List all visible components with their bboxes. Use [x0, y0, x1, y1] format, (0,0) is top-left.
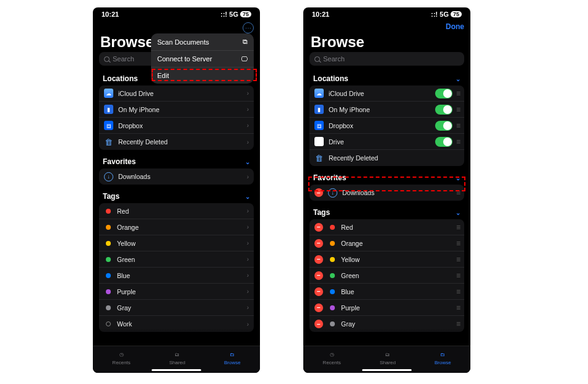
tag-purple[interactable]: −Purple≡ [309, 300, 464, 316]
tab-recents[interactable]: ◷Recents [112, 351, 130, 365]
status-time: 10:21 [102, 11, 119, 18]
download-icon: ↓ [328, 188, 337, 198]
trash-icon: 🗑 [104, 137, 113, 147]
drag-handle-icon[interactable]: ≡ [456, 223, 459, 232]
locations-header[interactable]: Locations ⌄ [303, 71, 470, 85]
remove-icon[interactable]: − [314, 223, 323, 232]
drag-handle-icon[interactable]: ≡ [456, 89, 459, 98]
tag-yellow[interactable]: Yellow› [99, 235, 254, 251]
battery-icon: 75 [451, 11, 462, 17]
clock-icon: ◷ [116, 351, 127, 359]
more-button[interactable]: ⋯ [243, 22, 254, 33]
tag-green[interactable]: Green› [99, 251, 254, 268]
home-indicator[interactable] [152, 369, 201, 371]
tag-blue[interactable]: Blue› [99, 268, 254, 284]
drag-handle-icon[interactable]: ≡ [456, 303, 459, 312]
chevron-right-icon: › [247, 90, 249, 97]
favorites-header[interactable]: Favorites ⌄ [303, 170, 470, 185]
tab-recents[interactable]: ◷Recents [322, 351, 340, 365]
network-label: 5G [229, 11, 238, 18]
tag-orange[interactable]: Orange› [99, 219, 254, 235]
location-recently-deleted[interactable]: 🗑 Recently Deleted › [99, 134, 254, 150]
toggle-iphone[interactable] [435, 105, 452, 115]
chevron-right-icon: › [247, 122, 249, 129]
tab-shared[interactable]: 🗂Shared [169, 351, 185, 365]
tag-gray[interactable]: Gray› [99, 300, 254, 316]
server-icon: 🖵 [241, 55, 248, 63]
tags-header[interactable]: Tags ⌄ [303, 204, 470, 219]
search-placeholder: Search [323, 55, 345, 63]
chevron-down-icon: ⌄ [456, 76, 460, 82]
phone-left: 10:21 ::! 5G 75 ⋯ Browse Search Location… [93, 7, 260, 373]
search-icon [104, 56, 110, 62]
home-indicator[interactable] [362, 369, 412, 371]
status-right: ::! 5G 75 [431, 11, 462, 18]
tab-browse[interactable]: 🗀Browse [224, 351, 241, 365]
network-label: 5G [439, 11, 449, 18]
tab-browse[interactable]: 🗀Browse [435, 351, 451, 365]
dropbox-icon: ⧈ [314, 121, 324, 130]
drag-handle-icon[interactable]: ≡ [456, 188, 459, 197]
cloud-icon: ☁︎ [314, 89, 324, 98]
remove-icon[interactable]: − [314, 239, 323, 248]
clock-icon: ◷ [326, 351, 337, 359]
shared-folder-icon: 🗂 [171, 351, 183, 359]
location-icloud[interactable]: ☁︎ iCloud Drive ≡ [309, 85, 464, 102]
tags-list-edit: −Red≡ −Orange≡ −Yellow≡ −Green≡ −Blue≡ −… [309, 219, 464, 332]
menu-connect-server[interactable]: Connect to Server 🖵 [151, 51, 254, 68]
favorites-list-edit: − ↓ Downloads ≡ [309, 185, 464, 201]
tab-shared[interactable]: 🗂Shared [379, 351, 396, 365]
favorites-list: ↓ Downloads › [99, 168, 254, 185]
drag-handle-icon[interactable]: ≡ [456, 320, 459, 328]
remove-icon[interactable]: − [314, 320, 323, 328]
toggle-icloud[interactable] [435, 89, 452, 98]
location-drive[interactable]: △ Drive ≡ [309, 134, 464, 150]
trash-icon: 🗑 [314, 154, 324, 163]
location-icloud[interactable]: ☁︎ iCloud Drive › [99, 85, 254, 102]
drag-handle-icon[interactable]: ≡ [456, 137, 459, 146]
tag-orange[interactable]: −Orange≡ [309, 235, 464, 251]
location-dropbox[interactable]: ⧈ Dropbox ≡ [309, 118, 464, 134]
tags-header[interactable]: Tags ⌄ [93, 188, 260, 203]
folder-icon: 🗀 [437, 351, 448, 359]
tag-blue[interactable]: −Blue≡ [309, 284, 464, 300]
shared-folder-icon: 🗂 [382, 351, 393, 359]
menu-edit[interactable]: Edit [151, 68, 254, 84]
menu-scan-documents[interactable]: Scan Documents ⧉ [151, 33, 254, 51]
search-input[interactable]: Search [309, 52, 464, 66]
toggle-dropbox[interactable] [435, 121, 452, 131]
search-icon [314, 56, 320, 62]
remove-icon[interactable]: − [314, 287, 323, 296]
toggle-drive[interactable] [435, 137, 452, 147]
chevron-down-icon: ⌄ [456, 175, 460, 181]
drag-handle-icon[interactable]: ≡ [456, 105, 459, 114]
signal-icon: ::! [431, 11, 438, 18]
top-actions: ⋯ [93, 21, 260, 33]
phone-icon: ▮ [104, 105, 113, 114]
drag-handle-icon[interactable]: ≡ [456, 271, 459, 280]
location-dropbox[interactable]: ⧈ Dropbox › [99, 118, 254, 134]
location-iphone[interactable]: ▮ On My iPhone › [99, 102, 254, 118]
favorites-header[interactable]: Favorites ⌄ [93, 154, 260, 168]
tags-list: Red› Orange› Yellow› Green› Blue› Purple… [99, 203, 254, 332]
favorite-downloads[interactable]: − ↓ Downloads ≡ [309, 185, 464, 201]
favorite-downloads[interactable]: ↓ Downloads › [99, 168, 254, 185]
done-button[interactable]: Done [446, 22, 464, 31]
drag-handle-icon[interactable]: ≡ [456, 121, 459, 130]
tag-yellow[interactable]: −Yellow≡ [309, 251, 464, 268]
tag-red[interactable]: −Red≡ [309, 219, 464, 235]
drag-handle-icon[interactable]: ≡ [456, 239, 459, 248]
location-iphone[interactable]: ▮ On My iPhone ≡ [309, 102, 464, 118]
remove-icon[interactable]: − [314, 271, 323, 280]
remove-icon[interactable]: − [314, 255, 323, 264]
remove-icon[interactable]: − [314, 303, 323, 312]
drag-handle-icon[interactable]: ≡ [456, 287, 459, 296]
drag-handle-icon[interactable]: ≡ [456, 255, 459, 264]
location-recently-deleted[interactable]: 🗑 Recently Deleted [309, 150, 464, 166]
status-bar: 10:21 ::! 5G 75 [303, 7, 470, 21]
tag-green[interactable]: −Green≡ [309, 268, 464, 284]
remove-icon[interactable]: − [314, 188, 323, 197]
phone-right: 10:21 ::! 5G 75 Done Browse Search Locat… [303, 7, 470, 373]
tag-purple[interactable]: Purple› [99, 284, 254, 300]
tag-red[interactable]: Red› [99, 203, 254, 219]
